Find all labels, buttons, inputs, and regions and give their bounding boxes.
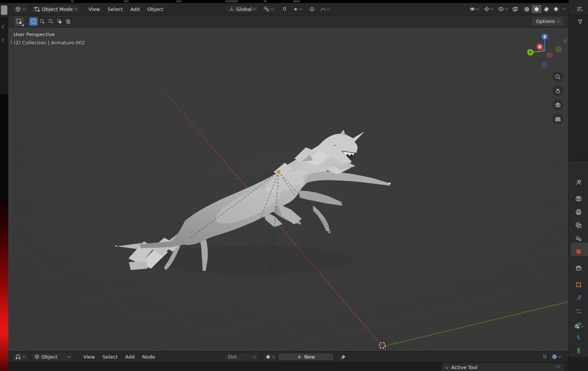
physics-orbit-icon [575,321,582,328]
chevron-down-icon [272,355,275,358]
tab-constraints-properties[interactable] [569,332,588,343]
viewport-scene [8,27,568,351]
snap-target-dropdown[interactable] [291,5,303,13]
snap-toggle-button[interactable] [280,5,289,13]
clipped-text-fragment [176,0,182,2]
toggle-xray-button[interactable] [511,5,520,13]
shader-editor-content[interactable]: Active Tool [8,362,568,371]
gizmo-x-label: X [538,45,541,49]
tab-object-properties[interactable] [569,279,588,290]
tab-collection-properties[interactable] [569,263,588,274]
gizmo-y-label: Y [529,50,532,55]
tab-world-properties[interactable] [569,246,588,257]
clipped-text-fragment [264,0,267,2]
crystal-plate [129,261,148,270]
node-menu-add[interactable]: Add [122,353,138,361]
pin-icon [340,354,346,360]
tab-render-properties[interactable] [569,193,588,205]
collapse-arrow-icon[interactable] [2,38,6,42]
panel-drag-grip[interactable] [556,366,561,369]
show-gizmo-dropdown[interactable] [482,5,495,13]
pivot-point-dropdown[interactable] [261,5,276,13]
options-button[interactable]: Options [532,17,563,26]
shading-wireframe-button[interactable] [522,5,531,13]
select-mode-extend-button[interactable] [38,17,46,26]
node-menu-view[interactable]: View [80,353,98,361]
left-strip-panel [0,17,8,94]
collapse-arrow-icon[interactable] [2,24,6,29]
camera-view-button[interactable] [552,99,563,110]
clipped-button[interactable] [1,5,8,15]
shader-sidebar: Active Tool [441,362,568,371]
zoom-button[interactable] [552,71,563,82]
chevron-down-icon [327,7,330,10]
tab-modifier-properties[interactable] [569,292,588,304]
chevron-down-icon [558,354,561,357]
new-material-button[interactable]: New [278,353,334,361]
object-type-visibility-dropdown[interactable] [468,5,480,13]
outliner-sliver [569,3,588,160]
select-mode-subtract-button[interactable] [47,17,55,26]
shading-options-chevron[interactable] [563,7,566,10]
tab-view-layer-properties[interactable] [569,220,588,231]
menu-select[interactable]: Select [104,5,126,13]
select-mode-invert-button[interactable] [55,17,64,26]
menu-add[interactable]: Add [127,5,143,13]
tab-object-data-properties[interactable] [569,345,588,356]
select-mode-set-button[interactable] [29,17,38,26]
active-tool-button[interactable] [14,17,24,26]
gizmo-y-negative[interactable] [556,47,561,52]
tab-output-properties[interactable] [569,206,588,218]
mode-dropdown[interactable]: Object Mode [31,5,80,13]
node-menu-select[interactable]: Select [99,353,121,361]
menu-object[interactable]: Object [144,5,166,13]
tab-tool-properties[interactable] [569,177,588,188]
proportional-editing-button[interactable] [308,5,316,13]
render-camera-icon [575,195,582,202]
node-menu-node[interactable]: Node [139,353,158,361]
shading-solid-button[interactable] [531,5,541,13]
eye-icon [469,6,475,12]
chevron-down-icon [476,7,479,10]
browse-material-button[interactable] [263,353,277,361]
pin-button[interactable] [338,353,347,361]
tool-icon [575,179,582,186]
perspective-toggle-button[interactable] [552,113,563,124]
tab-particles-properties[interactable] [569,306,588,317]
transform-orientation-dropdown[interactable]: Global [226,5,259,13]
viewport-3d[interactable]: User Perspective (2) Collection | Armatu… [8,27,568,351]
tab-scene-properties[interactable] [569,233,588,244]
gizmo-z-negative[interactable] [542,62,547,67]
constraints-icon [575,334,582,341]
active-tool-panel-header[interactable]: Active Tool [442,363,564,371]
navigation-gizmo[interactable]: Z X Y [527,34,563,70]
editor-type-button[interactable] [12,5,28,13]
shader-editor-type-button[interactable] [12,353,28,361]
shading-rendered-button[interactable] [551,5,561,13]
node-overlay-dropdown[interactable] [550,353,562,361]
tab-physics-properties[interactable] [569,319,588,330]
panel-collapse-chevron[interactable] [445,365,449,369]
tool-expand-corner [22,24,24,26]
rendered-sphere-icon [553,6,559,12]
proportional-falloff-dropdown[interactable] [319,5,331,13]
pan-button[interactable] [552,85,563,96]
plus-icon [297,355,302,359]
rail-bottom-area [569,357,588,371]
select-mode-intersect-button[interactable] [64,17,72,26]
show-overlays-dropdown[interactable] [496,5,509,13]
filter-menu-icon[interactable] [576,6,583,12]
modifier-wrench-icon [575,295,582,301]
shading-material-button[interactable] [541,5,551,13]
gizmo-x-negative[interactable] [547,52,552,58]
funnel-filter-icon[interactable] [577,19,583,25]
orientation-label: Global [236,6,252,12]
object-origin-dot[interactable] [278,171,280,173]
overlay-sphere-icon [551,354,557,360]
shader-type-dropdown[interactable]: Object [31,353,73,361]
menu-view[interactable]: View [85,5,104,13]
node-snap-magnet-icon[interactable] [542,354,548,360]
magnifier-icon [555,74,561,80]
material-slot-dropdown[interactable]: Slot [224,353,259,361]
front-leg-lower [298,191,342,206]
